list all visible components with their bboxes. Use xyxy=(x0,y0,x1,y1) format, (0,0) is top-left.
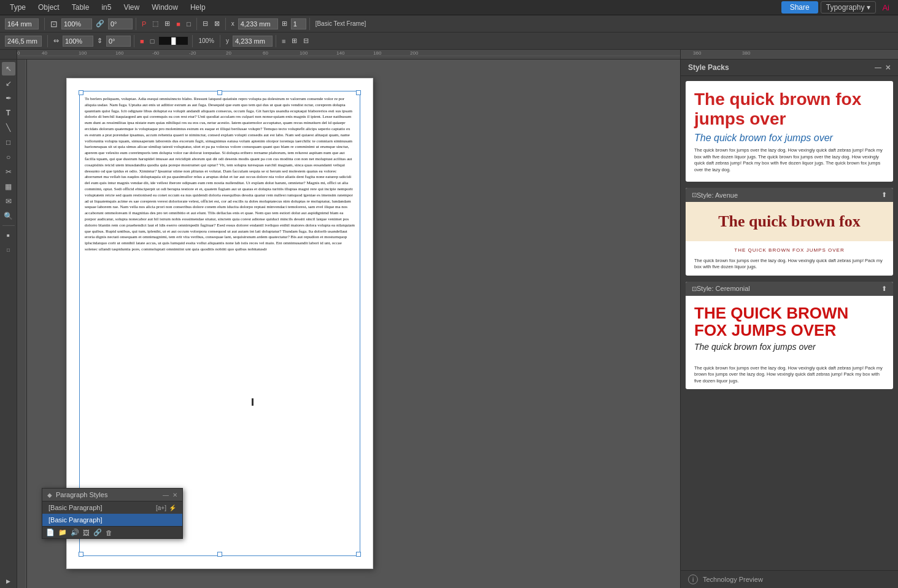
line-tool[interactable]: ╲ xyxy=(2,121,15,134)
avenue-headline: The quick brown fox xyxy=(695,212,883,231)
typography-button[interactable]: Typography ▾ xyxy=(821,1,877,14)
fill-swatch[interactable]: ■ xyxy=(2,228,15,242)
x-input[interactable] xyxy=(238,18,278,29)
direct-select-tool[interactable]: ↙ xyxy=(2,77,15,90)
stroke-icon[interactable]: □ xyxy=(184,20,193,28)
flip-v-icon[interactable]: ⇕ xyxy=(95,36,105,45)
preview-mode[interactable]: ▶ xyxy=(2,574,15,588)
scale-y-input[interactable] xyxy=(63,36,93,47)
style-row-basic-para-2[interactable]: [Basic Paragraph] xyxy=(42,514,182,526)
menu-window[interactable]: Window xyxy=(147,2,183,13)
frame-handle-bm[interactable] xyxy=(217,552,222,557)
align-center-icon[interactable]: ⊞ xyxy=(162,19,172,28)
menu-help[interactable]: Help xyxy=(185,2,211,13)
constrain-icon[interactable]: ⊡ xyxy=(48,18,60,29)
align-options[interactable]: ⊠ xyxy=(212,19,222,28)
height-input[interactable] xyxy=(5,36,42,47)
width-input[interactable] xyxy=(5,18,39,29)
y-input[interactable] xyxy=(233,36,273,47)
panel-min-icon[interactable]: — xyxy=(875,64,881,72)
ruler-right: 360 380 xyxy=(680,50,898,59)
width-field[interactable] xyxy=(2,18,41,30)
ceremonial-subhead: The quick brown fox jumps over xyxy=(694,342,884,352)
text-frame[interactable]: To berlers peliquam, voluptae. Adia eseq… xyxy=(79,91,360,556)
frame-handle-br[interactable] xyxy=(356,552,361,557)
ceremonial-download-icon[interactable]: ⬆ xyxy=(881,285,887,293)
menu-table[interactable]: Table xyxy=(67,2,95,13)
align-left-icon[interactable]: ⬚ xyxy=(150,19,161,28)
info-icon[interactable]: i xyxy=(688,574,698,584)
sound-icon[interactable]: 🔊 xyxy=(71,528,79,536)
zoom-tool[interactable]: 🔍 xyxy=(2,209,15,223)
rotation-input[interactable] xyxy=(108,18,133,29)
share-button[interactable]: Share xyxy=(781,1,818,14)
flip-h-icon[interactable]: ⇔ xyxy=(51,36,61,45)
tools-panel: ↖ ↙ ✒ T ╲ □ ○ ✂ ▦ ✉ 🔍 ■ □ ▶ xyxy=(0,60,17,588)
frame-handle-tl[interactable] xyxy=(79,90,83,95)
image-icon[interactable]: 🖼 xyxy=(83,529,90,536)
ceremonial-preview: THE QUICK BROWN FOX JUMPS OVER The quick… xyxy=(686,296,893,360)
menu-in5[interactable]: in5 xyxy=(96,2,116,13)
ceremonial-body: The quick brown fox jumps over the lazy … xyxy=(686,360,893,390)
text-cursor xyxy=(252,398,254,406)
height-field[interactable] xyxy=(2,35,44,47)
menu-view[interactable]: View xyxy=(118,2,144,13)
stroke-swatch[interactable]: □ xyxy=(2,243,15,257)
ceremonial-card-header: ⊡ Style: Ceremonial ⬆ xyxy=(686,282,893,296)
scale-link-icon[interactable]: 🔗 xyxy=(93,19,107,28)
menu-bar: Type Object Table in5 View Window Help S… xyxy=(0,0,898,15)
panel-header-controls: — ✕ xyxy=(875,64,891,72)
page-input[interactable] xyxy=(291,18,306,29)
horizontal-ruler: 0 40 100 160 -60 -20 20 60 100 140 180 2… xyxy=(17,50,680,59)
scale-x-input[interactable] xyxy=(61,18,92,29)
grid-view-icon[interactable]: ⊞ xyxy=(289,36,300,45)
document-text: To berlers peliquam, voluptae. Adia eseq… xyxy=(85,96,355,253)
pen-tool[interactable]: ✒ xyxy=(2,91,15,105)
pages-icon[interactable]: ⊞ xyxy=(279,19,290,28)
tech-preview-footer: i Technology Preview xyxy=(681,570,898,588)
canvas-area[interactable]: To berlers peliquam, voluptae. Adia eseq… xyxy=(17,60,680,588)
frame-handle-bl[interactable] xyxy=(79,552,83,557)
stroke-color-swatch[interactable]: █ xyxy=(159,37,188,45)
rect-tool[interactable]: □ xyxy=(2,136,15,149)
list-view-icon[interactable]: ≡ xyxy=(279,37,288,45)
y-label: y xyxy=(223,37,231,45)
gradient-tool[interactable]: ▦ xyxy=(2,180,15,193)
menu-type[interactable]: Type xyxy=(5,2,31,13)
paragraph-styles-panel: ◆ Paragraph Styles — ✕ [Basic Paragraph]… xyxy=(42,488,183,539)
fill-icon[interactable]: ■ xyxy=(174,20,183,28)
ruler-container: 0 40 100 160 -60 -20 20 60 100 140 180 2… xyxy=(0,50,898,60)
frame-handle-tr[interactable] xyxy=(356,90,361,95)
note-tool[interactable]: ✉ xyxy=(2,195,15,208)
panel-collapse-icon[interactable]: ◆ xyxy=(47,492,52,498)
folder-icon[interactable]: 📁 xyxy=(58,528,67,536)
trash-icon[interactable]: 🗑 xyxy=(106,529,112,536)
avenue-subhead: THE QUICK BROWN FOX JUMPS OVER xyxy=(686,245,893,253)
distribute-icon[interactable]: ⊟ xyxy=(200,19,211,28)
col-icon[interactable]: ⊟ xyxy=(301,36,311,45)
style-row-basic-para-1[interactable]: [Basic Paragraph] [a+] ⚡ xyxy=(42,501,182,514)
quick-apply-icon[interactable]: ⚡ xyxy=(169,505,176,511)
select-tool[interactable]: ↖ xyxy=(2,62,15,75)
page-icon[interactable]: 📄 xyxy=(46,528,55,536)
avenue-download-icon[interactable]: ⬆ xyxy=(881,191,887,199)
style-name-1: [Basic Paragraph] xyxy=(48,504,102,511)
type-tool[interactable]: T xyxy=(2,106,15,120)
typography-label: Typography xyxy=(826,3,865,12)
minimize-icon[interactable]: — xyxy=(163,492,169,498)
zoom-label: 100% xyxy=(196,37,217,45)
panel-close-icon[interactable]: ✕ xyxy=(885,64,891,72)
link-icon[interactable]: 🔗 xyxy=(93,528,102,536)
scissors-tool[interactable]: ✂ xyxy=(2,165,15,179)
style-packs-list[interactable]: The quick brown fox jumps over The quick… xyxy=(681,76,898,570)
close-icon[interactable]: ✕ xyxy=(172,492,177,498)
shear-input[interactable] xyxy=(106,36,131,47)
menu-object[interactable]: Object xyxy=(33,2,64,13)
frame-handle-tm[interactable] xyxy=(217,90,222,95)
default-subhead: The quick brown fox jumps over xyxy=(694,133,884,144)
ceremonial-card-title: Style: Ceremonial xyxy=(697,285,750,292)
ellipse-tool[interactable]: ○ xyxy=(2,150,15,164)
stroke-color-icon[interactable]: ■ xyxy=(137,37,147,45)
transform-icon[interactable]: P xyxy=(139,20,149,28)
stroke-weight-icon[interactable]: □ xyxy=(148,37,157,45)
